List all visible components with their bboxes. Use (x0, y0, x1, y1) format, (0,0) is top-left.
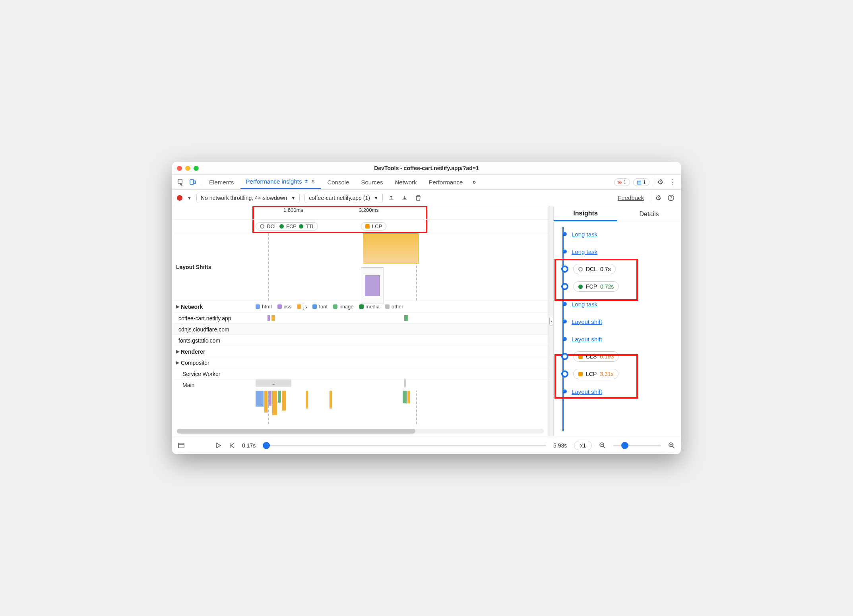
slider-knob[interactable] (263, 442, 270, 449)
metric-pill[interactable]: DCL0.7s (573, 264, 616, 274)
settings-gear-icon[interactable]: ⚙ (655, 178, 666, 186)
panel-resizer[interactable]: › (549, 206, 554, 436)
insight-metric-row[interactable]: LCP3.31s (556, 365, 676, 383)
download-icon[interactable] (401, 194, 410, 201)
tab-details[interactable]: Details (617, 207, 681, 221)
timeline-ruler: 1,600ms 3,200ms (172, 206, 549, 220)
insight-metric-row[interactable]: FCP0.72s (556, 278, 676, 295)
divider (649, 194, 649, 202)
insight-metric-row[interactable]: CLS0.193 (556, 348, 676, 365)
legend-label: css (284, 304, 292, 310)
playback-start-time: 0.17s (242, 442, 256, 449)
insight-link[interactable]: Layout shift (572, 318, 602, 325)
throttling-select[interactable]: No network throttling, 4× slowdown ▼ (196, 193, 300, 203)
svg-rect-0 (190, 180, 194, 184)
task-block[interactable]: ... (256, 380, 291, 387)
tab-console[interactable]: Console (322, 175, 355, 189)
error-badge[interactable]: ⊗ 1 (614, 178, 630, 186)
network-hosts: coffee-cart.netlify.appcdnjs.cloudflare.… (172, 313, 549, 346)
svg-text:?: ? (670, 196, 672, 200)
message-badge[interactable]: ▤ 1 (633, 178, 649, 186)
network-host-row[interactable]: cdnjs.cloudflare.com (172, 324, 549, 335)
tab-network[interactable]: Network (390, 175, 423, 189)
legend-label: html (262, 304, 272, 310)
timeline-node-small (563, 232, 567, 236)
marker-pill-lcp[interactable]: LCP (361, 222, 386, 231)
zoom-out-icon[interactable] (599, 442, 606, 449)
metric-pill[interactable]: FCP0.72s (573, 281, 619, 292)
inspect-icon[interactable] (175, 178, 186, 186)
metric-pill[interactable]: CLS0.193 (573, 351, 619, 362)
legend-label: other (392, 304, 403, 310)
insight-link[interactable]: Long task (572, 301, 597, 308)
tab-label: Console (327, 179, 349, 186)
network-host-row[interactable]: coffee-cart.netlify.app (172, 313, 549, 324)
host-label: fonts.gstatic.com (172, 337, 256, 344)
feedback-link[interactable]: Feedback (618, 194, 644, 201)
timeline-node-small (563, 250, 567, 254)
host-label: coffee-cart.netlify.app (172, 315, 256, 322)
panel-settings-gear-icon[interactable]: ⚙ (654, 194, 663, 202)
insights-list: Long taskLong taskDCL0.7sFCP0.72sLong ta… (554, 222, 681, 436)
row-label: Service Worker (172, 371, 256, 377)
flame-chart[interactable] (172, 391, 549, 426)
network-legend: htmlcssjsfontimagemediaother (256, 304, 403, 310)
compositor-row[interactable]: ▶Compositor (172, 357, 549, 368)
insight-link[interactable]: Long task (572, 248, 597, 255)
slider-knob[interactable] (621, 442, 628, 449)
close-tab-icon[interactable]: ✕ (311, 178, 315, 184)
insight-link-row[interactable]: Layout shift (556, 383, 676, 400)
tab-elements[interactable]: Elements (204, 175, 240, 189)
zoom-slider[interactable] (613, 445, 661, 446)
metric-pill[interactable]: LCP3.31s (573, 369, 618, 379)
page-select[interactable]: coffee-cart.netlify.app (1) ▼ (304, 193, 382, 203)
record-button[interactable] (177, 195, 182, 201)
insight-link-row[interactable]: Long task (556, 295, 676, 313)
tab-insights[interactable]: Insights (554, 207, 617, 221)
more-tabs-button[interactable]: » (469, 178, 479, 186)
insight-link-row[interactable]: Long task (556, 243, 676, 260)
marker-pill-left[interactable]: DCL FCP TTI (256, 222, 318, 231)
layout-shift-bar[interactable] (363, 233, 419, 263)
zoom-in-icon[interactable] (668, 442, 675, 449)
task-block[interactable] (404, 380, 406, 387)
delete-icon[interactable] (415, 194, 423, 201)
scrollbar-thumb[interactable] (177, 429, 415, 434)
device-toggle-icon[interactable] (187, 178, 198, 186)
upload-icon[interactable] (388, 194, 396, 201)
insight-link[interactable]: Long task (572, 231, 597, 238)
kebab-menu-icon[interactable]: ⋮ (667, 178, 678, 186)
insight-link-row[interactable]: Layout shift (556, 330, 676, 348)
insight-link[interactable]: Layout shift (572, 388, 602, 395)
insight-link-row[interactable]: Layout shift (556, 313, 676, 330)
titlebar: DevTools - coffee-cart.netlify.app/?ad=1 (172, 162, 681, 174)
play-button[interactable] (215, 442, 221, 449)
svg-rect-1 (194, 181, 196, 184)
metric-value: 0.7s (600, 266, 611, 272)
drawer-toggle-icon[interactable] (178, 442, 185, 449)
help-icon[interactable]: ? (667, 194, 676, 201)
horizontal-scrollbar[interactable] (177, 429, 544, 434)
insight-link-row[interactable]: Long task (556, 225, 676, 243)
time-guide (416, 391, 417, 424)
tab-performance-insights[interactable]: Performance insights ⚗ ✕ (240, 175, 321, 189)
filmstrip-thumbnail[interactable] (361, 267, 384, 304)
service-worker-row[interactable]: Service Worker (172, 368, 549, 380)
network-label: Network (181, 304, 203, 310)
tab-performance[interactable]: Performance (423, 175, 469, 189)
playback-slider[interactable] (263, 445, 546, 446)
renderer-section-header[interactable]: ▶Renderer (172, 346, 549, 357)
chevron-down-icon: ▼ (374, 196, 378, 200)
legend-swatch (359, 304, 364, 309)
tab-sources[interactable]: Sources (355, 175, 388, 189)
main-thread-row[interactable]: Main ... (172, 380, 549, 391)
insight-link[interactable]: Layout shift (572, 336, 602, 343)
playback-speed[interactable]: x1 (574, 441, 592, 450)
network-host-row[interactable]: fonts.gstatic.com (172, 335, 549, 346)
record-dropdown-icon[interactable]: ▼ (187, 196, 192, 200)
rewind-button[interactable] (229, 442, 235, 449)
network-section-header[interactable]: ▶Network htmlcssjsfontimagemediaother (172, 301, 549, 313)
metric-value: 0.193 (600, 353, 614, 360)
insight-metric-row[interactable]: DCL0.7s (556, 260, 676, 278)
legend-swatch (297, 304, 301, 309)
